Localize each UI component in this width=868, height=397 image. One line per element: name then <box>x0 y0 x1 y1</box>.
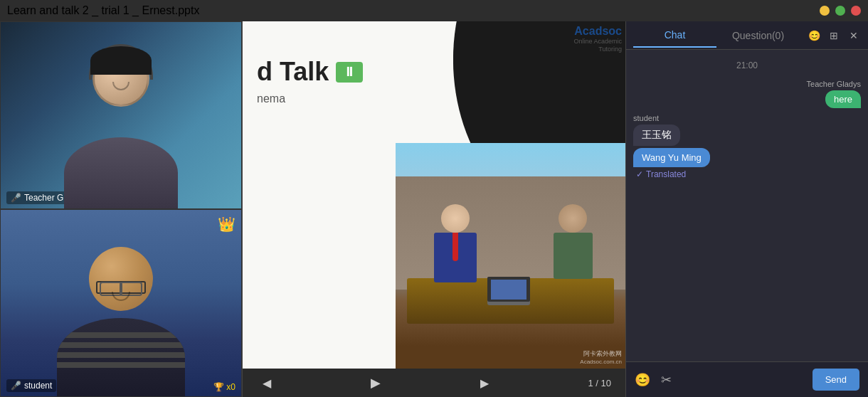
student-name: student <box>24 381 52 391</box>
female-body <box>554 233 593 279</box>
main-content: 🎤 Teacher Gladys <box>0 21 868 397</box>
question-tab[interactable]: Question(0) <box>716 24 800 47</box>
middle-panel: Acadsoc Online AcademicTutoring d Talk ⏸… <box>242 21 626 397</box>
male-head <box>441 204 470 233</box>
business-scene: 阿卡索外教网 Acadsoc.com.cn <box>396 143 625 369</box>
teacher-message-bubble: here <box>825 90 861 108</box>
female-head <box>559 204 587 233</box>
chat-header: Chat Question(0) 😊 ⊞ ✕ <box>626 21 868 50</box>
trophy-badge: 🏆 x0 <box>213 382 235 392</box>
play-button[interactable]: ▶ <box>371 375 381 391</box>
person-male <box>430 204 480 290</box>
laptop-item <box>487 277 530 305</box>
slide-photo-area: 阿卡索外教网 Acadsoc.com.cn <box>396 143 625 369</box>
presentation-area: Acadsoc Online AcademicTutoring d Talk ⏸… <box>243 21 625 369</box>
student-mic-icon: 🎤 <box>11 381 21 391</box>
window-controls[interactable]: – □ ✕ <box>820 6 861 16</box>
translated-badge: ✓ Translated <box>633 169 686 179</box>
teacher-canvas <box>1 22 241 208</box>
maximize-button[interactable]: □ <box>835 6 845 16</box>
laptop-display <box>491 280 526 300</box>
grid-icon[interactable]: ⊞ <box>827 28 841 43</box>
teacher-video-feed: 🎤 Teacher Gladys <box>0 21 242 209</box>
slide-counter: 1 / 10 <box>588 378 611 388</box>
teacher-sender-name: Teacher Gladys <box>807 80 861 88</box>
send-button[interactable]: Send <box>813 369 859 391</box>
prev-slide-button[interactable]: ◀ <box>257 374 277 393</box>
left-panel: 🎤 Teacher Gladys <box>0 21 242 397</box>
laptop-screen <box>487 277 530 302</box>
check-icon: ✓ <box>636 169 643 179</box>
student-chinese-message: 王玉铭 <box>633 125 680 146</box>
male-body <box>434 233 477 282</box>
student-sender-label: student <box>633 114 659 122</box>
slide-watermark: 阿卡索外教网 Acadsoc.com.cn <box>580 349 622 365</box>
window-title: Learn and talk 2 _ trial 1 _ Ernest.pptx <box>7 4 199 17</box>
slide-logo: Acadsoc Online AcademicTutoring <box>573 25 622 53</box>
chat-header-icons: 😊 ⊞ ✕ <box>807 28 861 43</box>
crown-badge: 👑 <box>218 216 235 233</box>
teacher-mic-icon: 🎤 <box>11 193 21 203</box>
slide-pause-indicator: ⏸ <box>336 62 363 83</box>
slide-subtitle-text: nema <box>257 92 363 105</box>
slide-title-text: d Talk <box>257 57 329 87</box>
student-label: 🎤 student <box>6 379 56 392</box>
person-female <box>548 204 598 290</box>
emoji-footer-icon[interactable]: 😊 <box>635 372 650 388</box>
student-video-feed: 👑 🎤 student 🏆 x0 <box>0 209 242 397</box>
student-message: student 王玉铭 Wang Yu Ming ✓ Translated <box>633 114 861 179</box>
next-slide-button[interactable]: ▶ <box>475 374 494 393</box>
minimize-button[interactable]: – <box>820 6 830 16</box>
title-bar: Learn and talk 2 _ trial 1 _ Ernest.pptx… <box>0 0 868 21</box>
student-english-message: Wang Yu Ming <box>633 148 710 167</box>
chat-tab[interactable]: Chat <box>633 23 716 48</box>
right-panel: Chat Question(0) 😊 ⊞ ✕ 21:00 Teacher Gla… <box>626 21 868 397</box>
scissors-icon[interactable]: ✂ <box>661 372 672 388</box>
logo-text: Acadsoc <box>573 25 622 38</box>
translated-label: Translated <box>646 169 686 179</box>
chat-timestamp: 21:00 <box>633 60 861 70</box>
slide-background: Acadsoc Online AcademicTutoring d Talk ⏸… <box>243 21 625 369</box>
slide-text-area: d Talk ⏸ nema <box>257 57 363 105</box>
teacher-body <box>64 137 178 208</box>
close-icon[interactable]: ✕ <box>847 28 861 43</box>
student-head <box>89 247 153 311</box>
student-body-stripes <box>57 318 185 396</box>
chat-body: 21:00 Teacher Gladys here student 王玉铭 Wa… <box>626 50 868 361</box>
close-button[interactable]: ✕ <box>851 6 861 16</box>
slide-controls[interactable]: ◀ ▶ ▶ 1 / 10 <box>243 369 625 397</box>
slide-title-row: d Talk ⏸ <box>257 57 363 87</box>
student-canvas <box>1 210 241 396</box>
chat-footer: 😊 ✂ Send <box>626 361 868 397</box>
emoji-icon[interactable]: 😊 <box>807 28 821 43</box>
chat-footer-icons: 😊 ✂ <box>635 372 672 388</box>
male-tie <box>452 233 458 261</box>
logo-subtitle: Online AcademicTutoring <box>573 38 622 53</box>
teacher-message: Teacher Gladys here <box>633 80 861 108</box>
